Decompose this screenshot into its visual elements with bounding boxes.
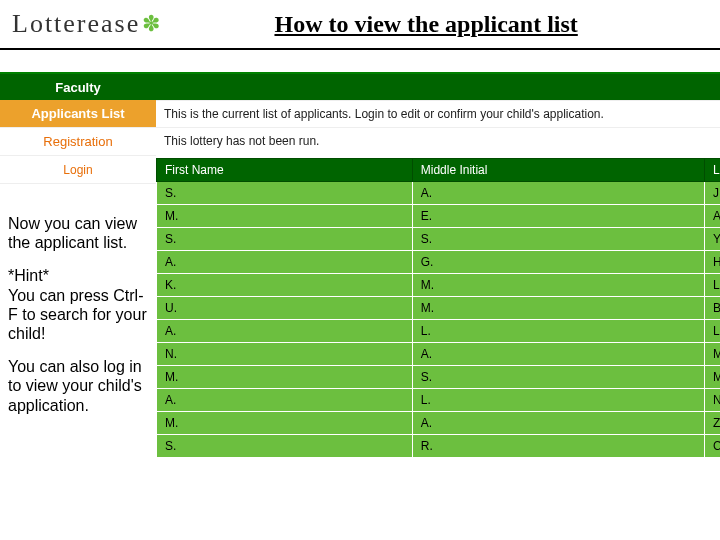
cell-first: A. xyxy=(157,389,413,412)
cell-first: K. xyxy=(157,274,413,297)
col-middle-initial: Middle Initial xyxy=(412,159,704,182)
cell-first: S. xyxy=(157,182,413,205)
table-row: K.M.L. xyxy=(157,274,721,297)
nav-login[interactable]: Login xyxy=(0,156,156,184)
col-first-name: First Name xyxy=(157,159,413,182)
table-row: N.A.M. xyxy=(157,343,721,366)
table-row: M.S.M. xyxy=(157,366,721,389)
cell-last: Y. xyxy=(705,228,720,251)
table-row: U.M.B. xyxy=(157,297,721,320)
cell-last: N. xyxy=(705,389,720,412)
applicant-table: First Name Middle Initial La S.A.J.M.E.A… xyxy=(156,158,720,458)
cell-middle: A. xyxy=(412,412,704,435)
cell-first: N. xyxy=(157,343,413,366)
lottery-status: This lottery has not been run. xyxy=(156,127,720,154)
logo: Lotterease ✽ xyxy=(0,9,162,39)
cell-last: L. xyxy=(705,320,720,343)
cell-last: A. xyxy=(705,205,720,228)
cell-last: B. xyxy=(705,297,720,320)
table-row: A.L.N. xyxy=(157,389,721,412)
cell-middle: L. xyxy=(412,389,704,412)
cell-last: Z. xyxy=(705,412,720,435)
cell-middle: E. xyxy=(412,205,704,228)
cell-middle: S. xyxy=(412,228,704,251)
hint-label: *Hint* xyxy=(8,267,49,284)
cell-first: M. xyxy=(157,205,413,228)
cell-first: M. xyxy=(157,366,413,389)
table-row: S.A.J. xyxy=(157,182,721,205)
cell-last: M. xyxy=(705,343,720,366)
cell-first: M. xyxy=(157,412,413,435)
logo-text: Lotterease xyxy=(12,9,140,39)
main-spacer xyxy=(156,50,720,74)
cell-last: M. xyxy=(705,366,720,389)
note-view: Now you can view the applicant list. xyxy=(8,214,148,252)
table-row: A.L.L. xyxy=(157,320,721,343)
table-header-row: First Name Middle Initial La xyxy=(157,159,721,182)
cell-middle: M. xyxy=(412,274,704,297)
cell-middle: R. xyxy=(412,435,704,458)
cell-first: A. xyxy=(157,251,413,274)
applicant-table-wrap: First Name Middle Initial La S.A.J.M.E.A… xyxy=(156,158,720,458)
cell-middle: S. xyxy=(412,366,704,389)
col-last: La xyxy=(705,159,720,182)
note-hint: *Hint* You can press Ctrl-F to search fo… xyxy=(8,266,148,343)
table-row: S.R.C. xyxy=(157,435,721,458)
cell-last: C. xyxy=(705,435,720,458)
flower-icon: ✽ xyxy=(142,11,162,37)
cell-middle: A. xyxy=(412,343,704,366)
intro-text: This is the current list of applicants. … xyxy=(156,100,720,127)
cell-first: A. xyxy=(157,320,413,343)
slide-header: Lotterease ✽ How to view the applicant l… xyxy=(0,0,720,50)
cell-middle: L. xyxy=(412,320,704,343)
cell-middle: M. xyxy=(412,297,704,320)
cell-last: L. xyxy=(705,274,720,297)
main-panel: This is the current list of applicants. … xyxy=(156,50,720,458)
main-green-header xyxy=(156,74,720,100)
nav-registration[interactable]: Registration xyxy=(0,128,156,156)
table-row: M.E.A. xyxy=(157,205,721,228)
cell-first: U. xyxy=(157,297,413,320)
faculty-header: Faculty xyxy=(0,74,156,100)
instruction-notes: Now you can view the applicant list. *Hi… xyxy=(8,214,148,429)
note-login: You can also log in to view your child's… xyxy=(8,357,148,415)
cell-middle: G. xyxy=(412,251,704,274)
table-row: A.G.H. xyxy=(157,251,721,274)
cell-last: H. xyxy=(705,251,720,274)
hint-text: You can press Ctrl-F to search for your … xyxy=(8,287,147,342)
cell-middle: A. xyxy=(412,182,704,205)
sidebar-spacer xyxy=(0,50,156,74)
cell-first: S. xyxy=(157,228,413,251)
cell-last: J. xyxy=(705,182,720,205)
table-row: S.S.Y. xyxy=(157,228,721,251)
cell-first: S. xyxy=(157,435,413,458)
nav-applicants-list[interactable]: Applicants List xyxy=(0,100,156,128)
table-row: M.A.Z. xyxy=(157,412,721,435)
slide-title: How to view the applicant list xyxy=(162,11,720,38)
